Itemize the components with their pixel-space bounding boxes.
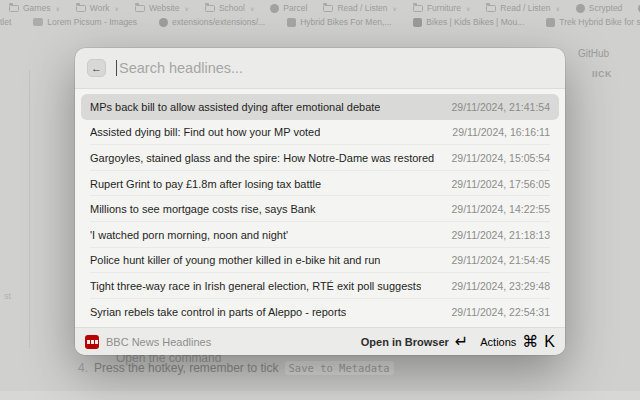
bookmark-item[interactable]: Lorem Picsum - Images (33, 17, 137, 27)
headline-row[interactable]: Police hunt killer of young mother kille… (81, 248, 559, 274)
sidebar-divider (29, 70, 30, 348)
bookmark-item[interactable]: extensions/extensions/... (159, 17, 265, 27)
step-text: Press the hotkey, remember to tick (94, 361, 279, 375)
search-input[interactable] (119, 60, 553, 76)
bookmark-label: School (219, 3, 245, 13)
headline-title: Rupert Grint to pay £1.8m after losing t… (90, 178, 321, 190)
headline-row[interactable]: MPs back bill to allow assisted dying af… (81, 94, 559, 120)
headline-row[interactable]: 'I watched porn morning, noon and night'… (81, 222, 559, 248)
headline-title: Syrian rebels take control in parts of A… (90, 306, 346, 318)
bookmark-folder[interactable]: Parcel (270, 3, 307, 13)
back-button[interactable]: ← (87, 59, 106, 77)
enter-key-icon: ↵ (455, 332, 468, 351)
instruction-step-4: 4. Press the hotkey, remember to tick Sa… (78, 361, 394, 375)
bookmark-label: Website (149, 3, 180, 13)
chevron-down-icon: ∨ (466, 5, 470, 12)
bookmark-label: Hybrid Bikes For Men,... (300, 17, 391, 27)
bookmark-label: Parcel (283, 3, 307, 13)
headline-timestamp: 29/11/2024, 23:29:48 (452, 280, 550, 292)
page-heading-fragment: IICK (592, 69, 612, 79)
bookmark-folder[interactable]: Read / Listen ∨ (323, 3, 397, 13)
bookmark-folder[interactable]: Furniture ∨ (413, 3, 470, 13)
headline-row[interactable]: Syrian rebels take control in parts of A… (81, 299, 559, 325)
favicon-icon (413, 18, 422, 27)
footer-actions: Open in Browser ↵ Actions ⌘ K (361, 332, 555, 351)
headline-timestamp: 29/11/2024, 21:54:45 (452, 254, 550, 266)
favicon-icon (546, 18, 555, 27)
bookmark-label: Trek Hybrid Bike for sal... (559, 17, 640, 27)
folder-icon (323, 5, 333, 12)
launcher-footer: BBC News Headlines Open in Browser ↵ Act… (75, 327, 565, 355)
folder-icon (135, 5, 145, 12)
bookmark-folder[interactable]: Read / Listen ∨ (486, 3, 560, 13)
chevron-down-icon: ∨ (250, 5, 254, 12)
search-wrap (116, 60, 553, 76)
folder-icon (486, 5, 496, 12)
bookmark-folder[interactable]: Work ∨ (76, 3, 119, 13)
bookmark-label: extensions/extensions/... (172, 17, 265, 27)
cmd-key-icon: ⌘ (522, 332, 538, 351)
bookmark-folder[interactable]: School ∨ (205, 3, 254, 13)
headline-timestamp: 29/11/2024, 17:56:05 (452, 178, 550, 190)
bookmark-label: Lorem Picsum - Images (47, 17, 137, 27)
bookmark-label: Scrypted (589, 3, 623, 13)
headline-title: Assisted dying bill: Find out how your M… (90, 126, 320, 138)
headline-title: Millions to see mortgage costs rise, say… (90, 203, 316, 215)
bookmarks-bar: Games ∨ Work ∨ Website ∨ School ∨ (0, 2, 640, 14)
folder-icon (270, 4, 279, 13)
bookmarks-bar-row2: tlet Lorem Picsum - Images extensions/ex… (0, 16, 640, 28)
folder-icon (9, 5, 19, 12)
bookmark-label: Games (23, 3, 50, 13)
chevron-down-icon: ∨ (184, 5, 188, 12)
bookmark-item[interactable]: Trek Hybrid Bike for sal... (546, 17, 640, 27)
source-label: BBC News Headlines (106, 336, 211, 348)
page-text-fragment: st (4, 291, 11, 301)
chevron-down-icon: ∨ (392, 5, 396, 12)
actions-button[interactable]: Actions (480, 336, 516, 348)
headline-timestamp: 29/11/2024, 15:05:54 (452, 152, 550, 164)
github-link[interactable]: GitHub (578, 48, 609, 59)
headline-row[interactable]: Gargoyles, stained glass and the spire: … (81, 145, 559, 171)
bookmark-item[interactable]: tlet (0, 17, 11, 27)
folder-icon (205, 5, 215, 12)
open-in-browser-button[interactable]: Open in Browser (361, 336, 449, 348)
headline-title: Gargoyles, stained glass and the spire: … (90, 152, 434, 164)
headline-list: MPs back bill to allow assisted dying af… (75, 89, 565, 327)
k-key-icon: K (544, 333, 555, 351)
chevron-down-icon: ∨ (555, 5, 559, 12)
page-bottom-strip (0, 391, 640, 400)
bookmark-item[interactable]: Bikes | Kids Bikes | Mou... (413, 17, 524, 27)
headline-row[interactable]: Assisted dying bill: Find out how your M… (81, 120, 559, 146)
chevron-down-icon: ∨ (115, 5, 119, 12)
text-caret (116, 60, 117, 76)
step-number: 4. (78, 361, 88, 375)
headline-title: Tight three-way race in Irish general el… (90, 280, 421, 292)
bookmark-label: Read / Listen (337, 3, 387, 13)
headline-timestamp: 29/11/2024, 22:54:31 (452, 306, 550, 318)
bookmark-item[interactable]: Hybrid Bikes For Men,... (287, 17, 391, 27)
bookmark-folder[interactable]: Games ∨ (9, 3, 60, 13)
headline-timestamp: 29/11/2024, 16:16:11 (452, 126, 550, 138)
headline-row[interactable]: Rupert Grint to pay £1.8m after losing t… (81, 171, 559, 197)
bookmark-label: Work (90, 3, 110, 13)
headline-row[interactable]: Millions to see mortgage costs rise, say… (81, 196, 559, 222)
bookmark-folder[interactable]: Scrypted (576, 3, 623, 13)
headline-title: MPs back bill to allow assisted dying af… (90, 101, 380, 113)
headline-timestamp: 29/11/2024, 21:41:54 (452, 101, 550, 113)
folder-icon (76, 5, 86, 12)
step-code: Save to Metadata (285, 361, 394, 375)
favicon-icon (33, 18, 43, 26)
favicon-icon (159, 18, 168, 27)
headline-timestamp: 29/11/2024, 21:18:13 (452, 229, 550, 241)
bookmark-label: Bikes | Kids Bikes | Mou... (426, 17, 524, 27)
bookmark-label: Furniture (427, 3, 461, 13)
folder-icon (413, 5, 423, 12)
bookmark-folder[interactable]: Website ∨ (135, 3, 189, 13)
bookmark-label: Read / Listen (500, 3, 550, 13)
back-arrow-icon: ← (91, 62, 102, 74)
headline-title: 'I watched porn morning, noon and night' (90, 229, 288, 241)
folder-icon (576, 4, 585, 13)
bbc-logo-icon (85, 335, 99, 349)
search-header: ← (75, 48, 565, 88)
headline-row[interactable]: Tight three-way race in Irish general el… (81, 273, 559, 299)
